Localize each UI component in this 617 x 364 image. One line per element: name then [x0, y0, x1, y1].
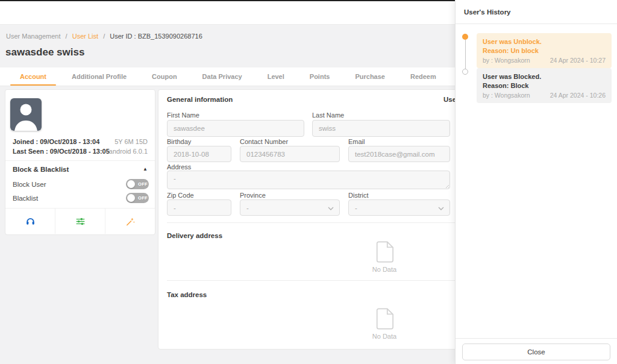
contact-number-label: Contact Number: [240, 138, 288, 145]
support-action-button[interactable]: [5, 209, 55, 234]
magic-wand-icon: [125, 216, 136, 227]
block-blacklist-title: Block & Blacklist: [13, 166, 69, 173]
province-select[interactable]: -: [240, 199, 340, 216]
drawer-title: User's History: [456, 0, 617, 24]
zip-code-label: Zip Code: [167, 192, 194, 199]
account-age: 5Y 6M 15D: [114, 138, 148, 145]
joined-date: Joined : 09/Oct/2018 - 13:04: [13, 138, 99, 145]
tax-address-title: Tax address: [167, 291, 207, 298]
history-item-author: by : Wongsakorn: [483, 92, 530, 99]
page-title: sawasdee swiss: [5, 46, 84, 58]
block-user-toggle[interactable]: OFF: [126, 179, 149, 189]
address-value: -: [174, 175, 176, 182]
toggle-knob: [127, 180, 135, 188]
no-data-label: No Data: [372, 266, 396, 273]
timeline-dot: [462, 69, 468, 75]
breadcrumb-user-list[interactable]: User List: [72, 33, 98, 40]
toggle-state-label: OFF: [138, 195, 148, 201]
history-item-date: 24 Apr 2024 - 10:27: [550, 57, 606, 64]
contact-number-field[interactable]: [240, 146, 340, 162]
preferences-action-button[interactable]: [55, 209, 105, 234]
profile-card: Joined : 09/Oct/2018 - 13:04 Last Seen :…: [5, 89, 155, 235]
zip-code-field[interactable]: [167, 199, 231, 216]
address-label: Address: [167, 163, 191, 171]
breadcrumb-separator: /: [66, 33, 67, 40]
magic-action-button[interactable]: [105, 209, 155, 234]
breadcrumb-user-management[interactable]: User Management: [6, 33, 61, 40]
history-item-reason: Reason: Block: [483, 81, 606, 90]
resize-grip[interactable]: [444, 183, 449, 188]
empty-document-icon: [376, 307, 393, 330]
history-item-title: User was Unblock.: [483, 37, 606, 46]
tab-additional-profile[interactable]: Additional Profile: [59, 67, 139, 86]
device-info: android 6.0.1: [109, 148, 148, 155]
first-name-label: First Name: [167, 111, 199, 119]
delivery-address-title: Delivery address: [167, 232, 222, 239]
province-value: -: [246, 204, 249, 212]
tab-purchase[interactable]: Purchase: [342, 67, 398, 86]
empty-document-icon: [376, 240, 393, 263]
blacklist-label: Blacklist: [13, 195, 38, 202]
toggle-state-label: OFF: [138, 181, 148, 187]
sliders-icon: [75, 216, 86, 227]
divider: [5, 160, 155, 161]
person-silhouette-icon: [10, 98, 42, 131]
tab-coupon[interactable]: Coupon: [139, 67, 190, 86]
history-item-reason: Reason: Un block: [483, 46, 606, 55]
history-item-date: 24 Apr 2024 - 10:26: [550, 92, 606, 99]
province-label: Province: [240, 192, 266, 199]
toggle-knob: [127, 194, 135, 202]
blacklist-toggle[interactable]: OFF: [126, 193, 149, 203]
first-name-field[interactable]: [167, 120, 304, 137]
district-select[interactable]: -: [348, 199, 450, 216]
timeline-dot-active: [462, 34, 468, 40]
block-user-label: Block User: [13, 181, 46, 188]
breadcrumb-separator: /: [103, 33, 105, 40]
history-item-author: by : Wongsakorn: [483, 57, 530, 64]
top-dark-bar: [0, 0, 455, 1]
district-label: District: [348, 192, 369, 199]
headset-icon: [25, 216, 36, 227]
chevron-down-icon: [328, 207, 334, 210]
breadcrumb-user-id: User ID : BZB_1539090268716: [110, 33, 202, 40]
tab-redeem[interactable]: Redeem: [398, 67, 449, 86]
quick-actions-row: [5, 209, 155, 234]
users-history-drawer: User's History User was Unblock. Reason:…: [455, 0, 617, 364]
history-item-title: User was Blocked.: [483, 72, 606, 81]
address-field[interactable]: -: [167, 171, 450, 189]
last-seen-date: Last Seen : 09/Oct/2018 - 13:05: [13, 148, 110, 155]
breadcrumb: User Management / User List / User ID : …: [6, 33, 202, 40]
district-value: -: [355, 204, 357, 212]
last-name-label: Last Name: [312, 111, 344, 119]
tab-account[interactable]: Account: [7, 67, 59, 86]
chevron-down-icon: [438, 207, 444, 210]
tab-points[interactable]: Points: [297, 67, 343, 86]
last-name-field[interactable]: [312, 120, 450, 137]
email-label: Email: [348, 138, 365, 145]
timeline-connector: [465, 40, 466, 69]
history-item-block[interactable]: User was Blocked. Reason: Block by : Won…: [477, 68, 612, 103]
birthday-field[interactable]: [167, 146, 231, 162]
history-item-unblock[interactable]: User was Unblock. Reason: Un block by : …: [477, 33, 612, 68]
avatar: [10, 98, 42, 131]
tab-level[interactable]: Level: [255, 67, 297, 86]
birthday-label: Birthday: [167, 138, 191, 145]
no-data-label: No Data: [372, 333, 396, 340]
tab-data-privacy[interactable]: Data Privacy: [190, 67, 255, 86]
drawer-footer: Close: [456, 338, 617, 364]
collapse-caret-icon[interactable]: ▲: [143, 166, 148, 172]
general-information-title: General information: [167, 96, 233, 103]
close-button[interactable]: Close: [462, 344, 610, 360]
email-field[interactable]: [348, 146, 450, 162]
